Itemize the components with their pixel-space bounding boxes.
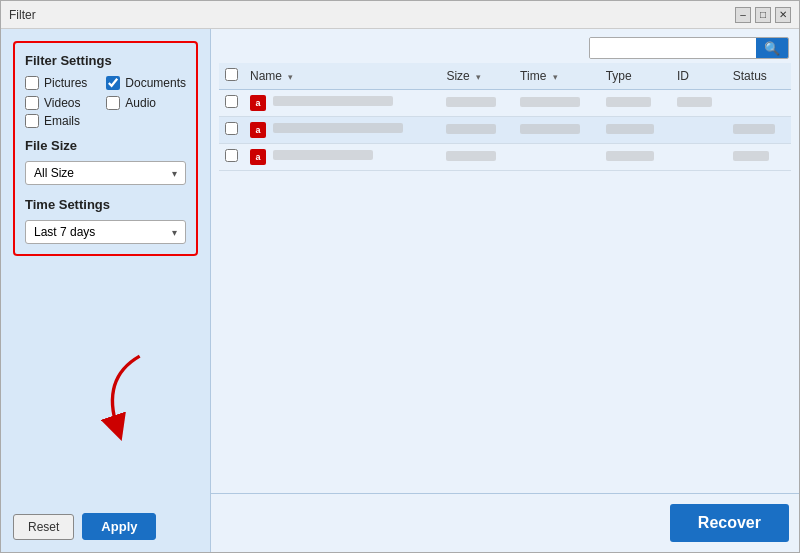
emails-checkbox[interactable]: [25, 114, 39, 128]
close-button[interactable]: ✕: [775, 7, 791, 23]
filter-checkboxes-grid: Pictures Documents Videos: [25, 76, 186, 110]
row-status: [727, 144, 791, 171]
documents-label: Documents: [125, 76, 186, 90]
time-settings-section: Time Settings Last 7 days ▾: [25, 197, 186, 244]
search-input[interactable]: [590, 38, 756, 58]
file-size-blur: [446, 151, 496, 161]
search-button[interactable]: 🔍: [756, 38, 788, 58]
documents-checkbox[interactable]: [106, 76, 120, 90]
audio-checkbox[interactable]: [106, 96, 120, 110]
file-status-blur: [733, 151, 769, 161]
pictures-label: Pictures: [44, 76, 87, 90]
row-name: a: [244, 117, 440, 144]
filter-settings-title: Filter Settings: [25, 53, 186, 68]
main-content: Filter Settings Pictures Documents: [1, 29, 799, 552]
row-name: a: [244, 90, 440, 117]
file-icon: a: [250, 95, 266, 111]
chevron-down-icon-time: ▾: [172, 227, 177, 238]
row-type: [600, 90, 671, 117]
emails-checkbox-label[interactable]: Emails: [25, 114, 186, 128]
time-settings-title: Time Settings: [25, 197, 186, 212]
time-value: Last 7 days: [34, 225, 95, 239]
file-size-blur: [446, 124, 496, 134]
file-size-section: File Size All Size ▾: [25, 138, 186, 185]
window-controls: – □ ✕: [735, 7, 791, 23]
table-row: a: [219, 117, 791, 144]
chevron-down-icon: ▾: [172, 168, 177, 179]
file-icon: a: [250, 149, 266, 165]
table-row: a: [219, 90, 791, 117]
row-time: [514, 90, 600, 117]
time-sort-icon: ▾: [553, 72, 558, 82]
window-title: Filter: [9, 8, 735, 22]
pictures-checkbox[interactable]: [25, 76, 39, 90]
col-size: Size ▾: [440, 63, 514, 90]
file-type-blur: [606, 97, 651, 107]
sidebar: Filter Settings Pictures Documents: [1, 29, 211, 552]
row-size: [440, 90, 514, 117]
row-id: [671, 144, 727, 171]
col-time: Time ▾: [514, 63, 600, 90]
row-checkbox-cell: [219, 90, 244, 117]
filter-window: Filter – □ ✕ Filter Settings Pictures: [0, 0, 800, 553]
file-size-dropdown[interactable]: All Size ▾: [25, 161, 186, 185]
recover-button[interactable]: Recover: [670, 504, 789, 542]
file-time-blur: [520, 97, 580, 107]
minimize-button[interactable]: –: [735, 7, 751, 23]
file-icon: a: [250, 122, 266, 138]
arrow-area: [13, 256, 198, 505]
right-footer: Recover: [211, 493, 799, 552]
videos-checkbox-label[interactable]: Videos: [25, 96, 102, 110]
file-time-blur: [520, 124, 580, 134]
row-id: [671, 117, 727, 144]
row-size: [440, 117, 514, 144]
col-status: Status: [727, 63, 791, 90]
row-checkbox[interactable]: [225, 149, 238, 162]
row-size: [440, 144, 514, 171]
file-name-blur: [273, 96, 393, 106]
name-sort-icon: ▾: [288, 72, 293, 82]
search-icon: 🔍: [764, 41, 780, 56]
col-name: Name ▾: [244, 63, 440, 90]
select-all-checkbox[interactable]: [225, 68, 238, 81]
audio-label: Audio: [125, 96, 156, 110]
maximize-button[interactable]: □: [755, 7, 771, 23]
filter-settings-box: Filter Settings Pictures Documents: [13, 41, 198, 256]
emails-label: Emails: [44, 114, 80, 128]
file-id-blur: [677, 97, 712, 107]
files-table: Name ▾ Size ▾ Time ▾: [219, 63, 791, 171]
sidebar-footer: Reset Apply: [13, 505, 198, 540]
row-time: [514, 144, 600, 171]
size-sort-icon: ▾: [476, 72, 481, 82]
videos-checkbox[interactable]: [25, 96, 39, 110]
col-id: ID: [671, 63, 727, 90]
right-panel: 🔍 Name ▾: [211, 29, 799, 552]
file-size-title: File Size: [25, 138, 186, 153]
emails-row: Emails: [25, 114, 186, 128]
row-name: a: [244, 144, 440, 171]
file-type-blur: [606, 151, 654, 161]
file-type-blur: [606, 124, 654, 134]
pictures-checkbox-label[interactable]: Pictures: [25, 76, 102, 90]
row-checkbox[interactable]: [225, 122, 238, 135]
row-id: [671, 90, 727, 117]
row-checkbox[interactable]: [225, 95, 238, 108]
file-size-value: All Size: [34, 166, 74, 180]
documents-checkbox-label[interactable]: Documents: [106, 76, 186, 90]
apply-button[interactable]: Apply: [82, 513, 156, 540]
table-header-row: Name ▾ Size ▾ Time ▾: [219, 63, 791, 90]
time-settings-dropdown[interactable]: Last 7 days ▾: [25, 220, 186, 244]
search-wrapper: 🔍: [589, 37, 789, 59]
col-select-all: [219, 63, 244, 90]
row-type: [600, 117, 671, 144]
arrow-annotation: [73, 345, 173, 445]
title-bar: Filter – □ ✕: [1, 1, 799, 29]
row-time: [514, 117, 600, 144]
row-status: [727, 117, 791, 144]
row-status: [727, 90, 791, 117]
reset-button[interactable]: Reset: [13, 514, 74, 540]
file-status-blur: [733, 124, 775, 134]
audio-checkbox-label[interactable]: Audio: [106, 96, 186, 110]
file-size-blur: [446, 97, 496, 107]
file-name-blur: [273, 150, 373, 160]
